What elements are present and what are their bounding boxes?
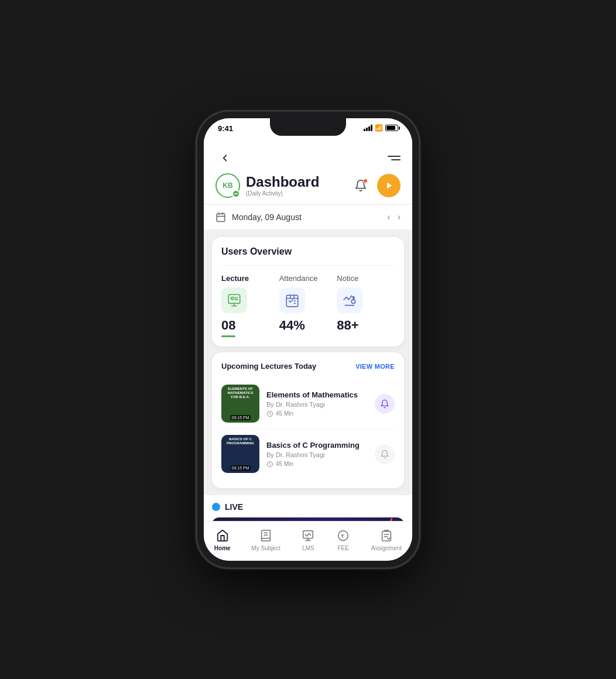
lecture-thumb-1: ELEMENTS OF MATHEMATICS FOR B.E.A. 09:15… (221, 385, 259, 423)
status-icons: 📶 (364, 124, 398, 132)
view-more-button[interactable]: VIEW MORE (355, 363, 395, 370)
lecture-name-2: Basics of C Programming (266, 441, 368, 450)
live-label: LIVE (225, 502, 243, 512)
upcoming-lectures-card: Upcoming Lectures Today VIEW MORE ELEMEN… (212, 352, 404, 488)
date-bar: Monday, 09 August ‹ › (204, 205, 412, 230)
nav-assignment-label: Assignment (371, 545, 402, 551)
lms-icon (301, 529, 315, 543)
notch (270, 118, 346, 136)
nav-home-label: Home (214, 545, 231, 551)
signal-icon (364, 125, 372, 131)
home-icon (215, 529, 230, 543)
svg-point-1 (235, 193, 237, 194)
nav-fee-label: FEE (337, 545, 348, 551)
play-button[interactable] (377, 174, 401, 197)
nav-fee[interactable]: ₹ FEE (331, 526, 355, 554)
status-time: 9:41 (218, 124, 233, 133)
svg-point-2 (237, 193, 238, 194)
avatar-menu-indicator (232, 190, 240, 198)
lecture-duration-2: 45 Min (266, 461, 368, 468)
svg-point-0 (234, 193, 235, 194)
lecture-name-1: Elements of Mathematics (266, 390, 368, 399)
live-red-line (379, 518, 393, 521)
next-date-button[interactable]: › (398, 212, 401, 222)
phone-screen: 9:41 📶 (204, 118, 412, 561)
nav-lms-label: LMS (302, 545, 314, 551)
stat-notice-label: Notice (337, 274, 358, 283)
assignment-icon (379, 529, 393, 543)
nav-home[interactable]: Home (210, 526, 235, 554)
svg-marker-3 (387, 183, 392, 189)
stat-lecture: Lecture 08 (221, 274, 279, 337)
lecture-duration-1: 45 Min (266, 410, 368, 417)
attendance-icon (279, 287, 305, 313)
live-banner[interactable]: + Dr. Rahul Sinha (212, 517, 404, 521)
calendar-icon (215, 212, 226, 222)
app-content: KB Dashboard (Daily Activity) (204, 144, 412, 521)
nav-assignment[interactable]: Assignment (367, 526, 406, 554)
daily-activity-label: (Daily Activity) (246, 190, 319, 197)
date-text: Monday, 09 August (232, 212, 302, 222)
upcoming-title: Upcoming Lectures Today (221, 362, 316, 371)
avatar[interactable]: KB (215, 173, 240, 198)
lecture-item-1: ELEMENTS OF MATHEMATICS FOR B.E.A. 09:15… (221, 379, 395, 428)
overview-title: Users Overview (221, 246, 395, 257)
svg-rect-4 (217, 214, 225, 222)
notification-dot (363, 179, 368, 183)
prev-date-button[interactable]: ‹ (387, 212, 390, 222)
live-section: LIVE + Dr. Rahul Sinha (204, 495, 412, 521)
overview-card: Users Overview Lecture (212, 237, 404, 347)
stat-notice: Notice 88+ (337, 274, 395, 333)
fee-icon: ₹ (336, 529, 350, 543)
battery-icon (385, 125, 398, 131)
stat-attendance-label: Attendance (279, 274, 318, 283)
stat-lecture-value: 08 (221, 318, 235, 333)
notification-button[interactable] (350, 175, 371, 196)
app-header: KB Dashboard (Daily Activity) (204, 144, 412, 204)
lecture-item-2: BASICS OF C PROGRAMMING 09:15 PM Basics … (221, 428, 395, 479)
stat-attendance-value: 44% (279, 318, 305, 333)
svg-rect-8 (228, 294, 240, 303)
wifi-icon: 📶 (375, 124, 383, 132)
svg-text:₹: ₹ (341, 534, 345, 539)
nav-my-subject-label: My Subject (251, 545, 280, 551)
lecture-time-2: 09:15 PM (230, 465, 251, 471)
dashboard-title: Dashboard (246, 174, 319, 190)
overview-stats: Lecture 08 (221, 274, 395, 337)
bottom-nav: Home My Subject (204, 521, 412, 561)
stat-lecture-label: Lecture (221, 274, 249, 283)
svg-point-9 (231, 297, 234, 300)
back-button[interactable] (215, 149, 234, 167)
lecture-icon (221, 287, 247, 313)
nav-my-subject[interactable]: My Subject (247, 526, 285, 554)
lecture-by-1: By Dr. Rashmi Tyagi (266, 401, 368, 408)
lecture-time-1: 09:15 PM (230, 415, 251, 420)
menu-button[interactable] (382, 149, 401, 167)
lecture-by-2: By Dr. Rashmi Tyagi (266, 451, 368, 458)
svg-point-18 (352, 300, 356, 304)
nav-lms[interactable]: LMS (296, 526, 320, 554)
bell-action-2[interactable] (375, 444, 395, 464)
my-subject-icon (259, 529, 273, 543)
live-dot (212, 503, 220, 511)
stat-notice-value: 88+ (337, 318, 358, 333)
bell-action-1[interactable] (375, 394, 395, 414)
lecture-thumb-2: BASICS OF C PROGRAMMING 09:15 PM (221, 435, 259, 473)
phone-wrapper: 9:41 📶 (197, 111, 419, 568)
stat-underline (221, 335, 235, 337)
stat-attendance: Attendance (279, 274, 337, 333)
notice-icon (337, 287, 362, 313)
